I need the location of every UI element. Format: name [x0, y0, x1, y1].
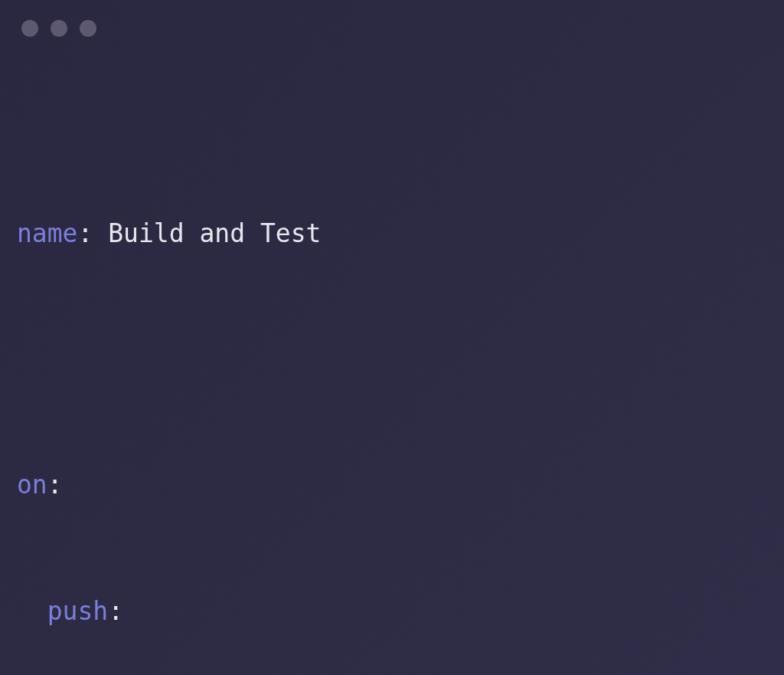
code-line: name: Build and Test: [17, 213, 413, 255]
yaml-indent: [17, 596, 47, 626]
window-dot-icon: [21, 20, 38, 37]
yaml-key: name: [17, 218, 77, 248]
window-controls: [21, 20, 96, 37]
yaml-key: on: [17, 470, 47, 500]
yaml-value: Build and Test: [108, 218, 321, 248]
yaml-key: push: [47, 596, 108, 626]
yaml-colon: :: [108, 596, 123, 626]
yaml-colon: :: [47, 470, 63, 500]
code-block: name: Build and Test on: push: branches:…: [17, 129, 413, 675]
window-dot-icon: [51, 20, 67, 37]
code-line: push:: [17, 591, 413, 633]
window-dot-icon: [80, 20, 96, 37]
blank-line: [17, 339, 413, 381]
code-line: on:: [17, 464, 413, 506]
yaml-colon: :: [77, 218, 108, 248]
